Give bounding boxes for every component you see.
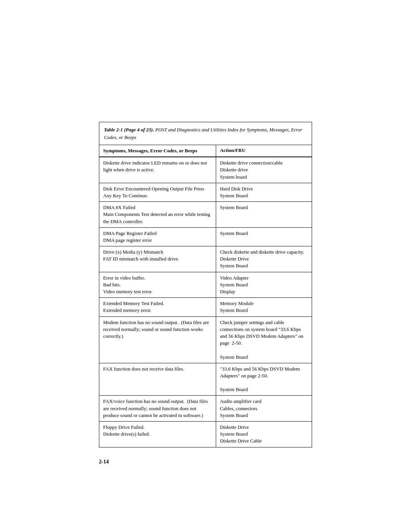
table-row: Drive (x) Media (y) Mismatch FAT ID mism…: [99, 246, 312, 272]
header-action: Action/FRU: [216, 145, 312, 157]
cell-action: Diskette Drive System Board Diskette Dri…: [216, 422, 312, 447]
cell-symptoms: FAX/voice function has no sound output. …: [99, 396, 216, 421]
cell-action: Memory Module System Board: [216, 298, 312, 316]
cell-symptoms: Extended Memory Test Failed. Extended me…: [99, 298, 216, 316]
table-row: Modem function has no sound output. (Dat…: [99, 317, 312, 363]
caption-bold: Table 2-1 (Page 4 of 23).: [104, 127, 154, 133]
cell-action: System Board: [216, 228, 312, 246]
table-header: Symptoms, Messages, Error Codes, or Beep…: [99, 145, 312, 157]
table-row: DMA Page Register Failed DMA page regist…: [99, 228, 312, 246]
cell-action: Video Adapter System Board Display: [216, 272, 312, 298]
table-row: Error in video buffer. Bad bits. Video m…: [99, 272, 312, 298]
cell-symptoms: Diskette drive indicator LED remains on …: [99, 157, 216, 183]
page-container: Table 2-1 (Page 4 of 23). POST and Diagn…: [0, 0, 411, 532]
header-symptoms: Symptoms, Messages, Error Codes, or Beep…: [99, 145, 216, 157]
cell-symptoms: Floppy Drive Failed. Diskette drive(s) f…: [99, 422, 216, 447]
cell-symptoms: Disk Error Encountered Opening Output Fi…: [99, 183, 216, 201]
cell-symptoms: FAX function does not receive data files…: [99, 363, 216, 396]
cell-symptoms: Error in video buffer. Bad bits. Video m…: [99, 272, 216, 298]
table-caption: Table 2-1 (Page 4 of 23). POST and Diagn…: [99, 122, 312, 145]
cell-action: Diskette drive connection/cable Diskette…: [216, 157, 312, 183]
table-body: Diskette drive indicator LED remains on …: [99, 157, 312, 447]
cell-action: "33.6 Kbps and 56 Kbps DSVD Modem Adapte…: [216, 363, 312, 396]
cell-action: Check diskette and diskette drive capaci…: [216, 246, 312, 272]
cell-action: Check jumper settings and cable connecti…: [216, 317, 312, 363]
table-row: FAX/voice function has no sound output. …: [99, 396, 312, 422]
cell-action: Hard Disk Drive System Board: [216, 183, 312, 201]
cell-action: Audio amplifier card Cables, connectors …: [216, 396, 312, 421]
main-table: Table 2-1 (Page 4 of 23). POST and Diagn…: [99, 122, 312, 447]
cell-symptoms: DMA Page Register Failed DMA page regist…: [99, 228, 216, 246]
table-row: FAX function does not receive data files…: [99, 363, 312, 396]
table-row: DMA #X Failed Main Components Test detec…: [99, 202, 312, 228]
table-row: Disk Error Encountered Opening Output Fi…: [99, 183, 312, 202]
cell-symptoms: DMA #X Failed Main Components Test detec…: [99, 202, 216, 227]
cell-action: System Board: [216, 202, 312, 227]
table-row: Floppy Drive Failed. Diskette drive(s) f…: [99, 422, 312, 447]
page-number: 2-14: [99, 459, 312, 465]
cell-symptoms: Modem function has no sound output. (Dat…: [99, 317, 216, 363]
table-row: Extended Memory Test Failed. Extended me…: [99, 298, 312, 316]
cell-symptoms: Drive (x) Media (y) Mismatch FAT ID mism…: [99, 246, 216, 272]
table-row: Diskette drive indicator LED remains on …: [99, 157, 312, 183]
